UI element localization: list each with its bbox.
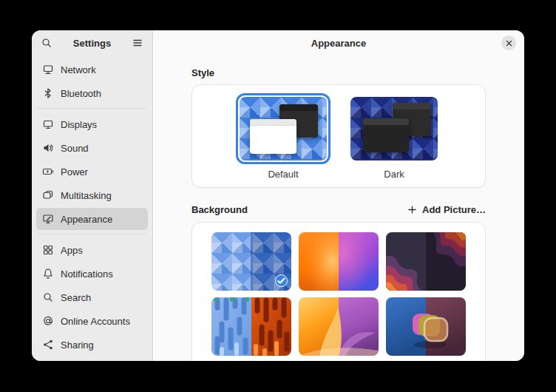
sharing-icon xyxy=(42,339,54,351)
wallpaper-thumbnail-blue-triangles[interactable] xyxy=(211,232,291,291)
style-section-title: Style xyxy=(191,67,486,78)
sidebar: Settings Network Bluetooth Displays Sou xyxy=(32,30,153,361)
preview-window-front xyxy=(250,119,296,153)
style-dark-selection-ring xyxy=(347,93,441,164)
power-icon xyxy=(42,166,54,178)
search-icon xyxy=(41,37,52,49)
sound-icon xyxy=(42,142,54,154)
wallpaper-thumbnail-cubes[interactable] xyxy=(386,297,466,356)
wallpaper-art xyxy=(299,232,379,291)
search-icon xyxy=(42,291,54,303)
sidebar-item-label: Multitasking xyxy=(61,190,112,201)
bluetooth-icon xyxy=(42,87,54,99)
sidebar-separator xyxy=(38,108,146,109)
wallpaper-art xyxy=(211,297,291,356)
sidebar-separator xyxy=(38,234,146,234)
sidebar-item-label: Power xyxy=(61,166,88,178)
sidebar-item-apps[interactable]: Apps xyxy=(36,239,148,261)
add-picture-button[interactable]: Add Picture… xyxy=(407,204,486,215)
style-default-selection-ring xyxy=(236,93,330,164)
sidebar-item-sound[interactable]: Sound xyxy=(36,137,148,159)
sidebar-item-bluetooth[interactable]: Bluetooth xyxy=(36,82,148,104)
sidebar-item-label: Displays xyxy=(61,119,97,130)
sidebar-item-label: Sound xyxy=(61,143,89,154)
sidebar-item-search[interactable]: Search xyxy=(36,286,148,308)
style-card: Default Dark xyxy=(191,84,486,188)
wallpaper-grid xyxy=(211,232,466,356)
style-option-default[interactable]: Default xyxy=(236,93,330,180)
search-button[interactable] xyxy=(39,36,54,50)
displays-icon xyxy=(42,118,54,130)
sidebar-item-label: Online Accounts xyxy=(61,316,130,327)
sidebar-item-label: Appearance xyxy=(61,214,112,225)
sidebar-item-power[interactable]: Power xyxy=(36,160,148,183)
appearance-content: Style Default xyxy=(153,55,524,361)
sidebar-item-label: Search xyxy=(61,292,91,303)
main-panel: Appearance Style Default xyxy=(153,30,524,361)
wallpaper-art xyxy=(386,297,466,356)
sidebar-item-appearance[interactable]: Appearance xyxy=(36,208,148,230)
sidebar-list: Network Bluetooth Displays Sound Power xyxy=(32,55,152,361)
style-option-dark[interactable]: Dark xyxy=(347,93,441,180)
sidebar-item-label: Network xyxy=(61,64,96,75)
sidebar-item-notifications[interactable]: Notifications xyxy=(36,263,148,285)
background-section-title: Background xyxy=(191,204,248,215)
sidebar-item-label: Apps xyxy=(61,245,83,256)
background-card xyxy=(191,222,486,361)
sidebar-item-label: Sharing xyxy=(61,339,94,351)
multitasking-icon xyxy=(42,189,54,201)
notifications-icon xyxy=(42,268,54,280)
sidebar-item-displays[interactable]: Displays xyxy=(36,113,148,135)
style-option-label: Dark xyxy=(384,169,404,180)
sidebar-item-online-accounts[interactable]: Online Accounts xyxy=(36,310,148,332)
background-section-header: Background Add Picture… xyxy=(191,204,486,215)
wallpaper-thumbnail-dark-waves[interactable] xyxy=(386,232,466,291)
wallpaper-thumbnail-orange-magenta[interactable] xyxy=(299,232,379,291)
sidebar-item-label: Notifications xyxy=(61,268,113,280)
check-icon xyxy=(276,251,287,291)
settings-window: Settings Network Bluetooth Displays Sou xyxy=(32,30,524,361)
close-window-button[interactable] xyxy=(501,36,516,50)
network-icon xyxy=(42,64,54,75)
close-icon xyxy=(505,39,513,47)
wallpaper-art xyxy=(299,297,379,356)
sidebar-item-multitasking[interactable]: Multitasking xyxy=(36,184,148,206)
add-picture-label: Add Picture… xyxy=(422,204,486,215)
plus-icon xyxy=(407,205,417,214)
online-accounts-icon xyxy=(42,315,54,327)
appearance-icon xyxy=(42,213,54,225)
page-title: Appearance xyxy=(311,38,366,49)
hamburger-menu-icon xyxy=(132,37,143,49)
style-dark-preview xyxy=(350,97,438,160)
sidebar-item-sharing[interactable]: Sharing xyxy=(36,334,148,356)
selected-check-badge xyxy=(275,274,288,287)
wallpaper-thumbnail-drips[interactable] xyxy=(211,297,291,356)
sidebar-item-network[interactable]: Network xyxy=(36,58,148,81)
main-headerbar: Appearance xyxy=(153,30,524,55)
main-menu-button[interactable] xyxy=(130,36,145,50)
sidebar-item-label: Bluetooth xyxy=(61,88,101,99)
style-option-label: Default xyxy=(268,169,298,180)
style-default-preview xyxy=(240,97,327,160)
sidebar-title: Settings xyxy=(54,38,130,49)
preview-window-front xyxy=(363,118,410,152)
wallpaper-art xyxy=(386,232,466,291)
wallpaper-thumbnail-petals[interactable] xyxy=(299,297,379,356)
apps-icon xyxy=(42,244,54,256)
sidebar-header: Settings xyxy=(32,30,152,55)
